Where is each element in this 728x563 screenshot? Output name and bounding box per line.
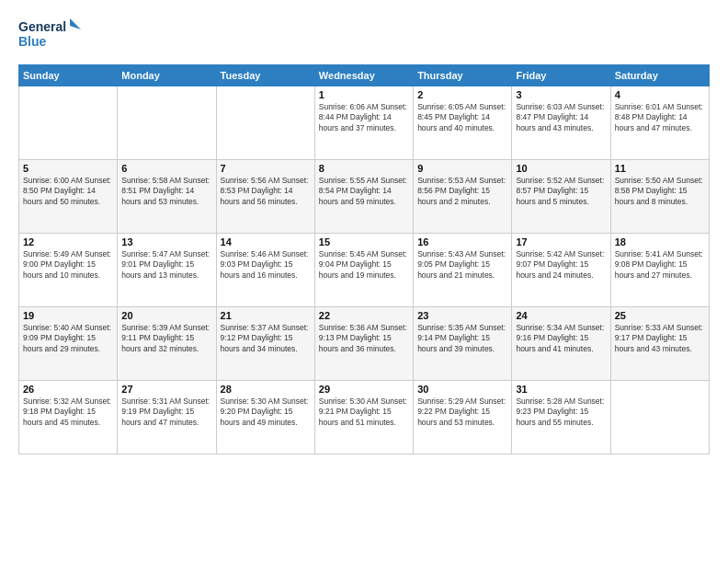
col-header-monday: Monday — [118, 65, 216, 86]
day-number: 4 — [615, 89, 705, 100]
day-number: 16 — [417, 236, 507, 247]
calendar-cell: 7Sunrise: 5:56 AM Sunset: 8:53 PM Daylig… — [216, 160, 314, 234]
calendar-cell: 20Sunrise: 5:39 AM Sunset: 9:11 PM Dayli… — [118, 307, 216, 381]
cell-info: Sunrise: 5:29 AM Sunset: 9:22 PM Dayligh… — [417, 396, 507, 428]
cell-info: Sunrise: 5:28 AM Sunset: 9:23 PM Dayligh… — [516, 396, 606, 428]
cell-info: Sunrise: 5:37 AM Sunset: 9:12 PM Dayligh… — [221, 323, 311, 354]
day-number: 6 — [121, 163, 211, 174]
cell-info: Sunrise: 5:52 AM Sunset: 8:57 PM Dayligh… — [516, 176, 606, 207]
week-row-1: 1Sunrise: 6:06 AM Sunset: 8:44 PM Daylig… — [19, 86, 710, 160]
cell-info: Sunrise: 6:05 AM Sunset: 8:45 PM Dayligh… — [417, 102, 507, 133]
day-number: 21 — [221, 310, 311, 321]
col-header-tuesday: Tuesday — [216, 65, 314, 86]
cell-info: Sunrise: 5:58 AM Sunset: 8:51 PM Dayligh… — [121, 176, 211, 207]
cell-info: Sunrise: 5:55 AM Sunset: 8:54 PM Dayligh… — [319, 176, 409, 207]
cell-info: Sunrise: 5:43 AM Sunset: 9:05 PM Dayligh… — [417, 249, 507, 281]
svg-text:General: General — [18, 19, 66, 34]
calendar-cell: 1Sunrise: 6:06 AM Sunset: 8:44 PM Daylig… — [314, 86, 413, 160]
day-number: 13 — [121, 236, 211, 247]
cell-info: Sunrise: 5:46 AM Sunset: 9:03 PM Dayligh… — [221, 249, 311, 281]
day-number: 18 — [615, 236, 705, 247]
cell-info: Sunrise: 5:47 AM Sunset: 9:01 PM Dayligh… — [121, 249, 211, 281]
cell-info: Sunrise: 5:32 AM Sunset: 9:18 PM Dayligh… — [23, 396, 113, 428]
calendar-cell — [216, 86, 314, 160]
day-number: 3 — [516, 89, 606, 100]
calendar-cell: 9Sunrise: 5:53 AM Sunset: 8:56 PM Daylig… — [414, 160, 512, 234]
svg-text:Blue: Blue — [18, 34, 47, 49]
cell-info: Sunrise: 5:50 AM Sunset: 8:58 PM Dayligh… — [615, 176, 705, 207]
cell-info: Sunrise: 5:39 AM Sunset: 9:11 PM Dayligh… — [121, 323, 211, 354]
day-number: 5 — [23, 163, 113, 174]
day-number: 9 — [417, 163, 507, 174]
cell-info: Sunrise: 6:00 AM Sunset: 8:50 PM Dayligh… — [23, 176, 113, 207]
cell-info: Sunrise: 5:41 AM Sunset: 9:08 PM Dayligh… — [615, 249, 705, 281]
logo: General Blue — [18, 15, 83, 55]
cell-info: Sunrise: 6:03 AM Sunset: 8:47 PM Dayligh… — [516, 102, 606, 133]
day-number: 22 — [319, 310, 409, 321]
week-row-2: 5Sunrise: 6:00 AM Sunset: 8:50 PM Daylig… — [19, 160, 710, 234]
col-header-sunday: Sunday — [19, 65, 118, 86]
col-header-friday: Friday — [512, 65, 610, 86]
page: General Blue SundayMondayTuesdayWednesda… — [0, 0, 728, 464]
calendar-cell: 15Sunrise: 5:45 AM Sunset: 9:04 PM Dayli… — [314, 234, 413, 307]
day-number: 24 — [516, 310, 606, 321]
calendar-cell: 8Sunrise: 5:55 AM Sunset: 8:54 PM Daylig… — [314, 160, 413, 234]
calendar-cell: 16Sunrise: 5:43 AM Sunset: 9:05 PM Dayli… — [414, 234, 512, 307]
calendar-cell — [610, 381, 709, 454]
cell-info: Sunrise: 5:30 AM Sunset: 9:21 PM Dayligh… — [319, 396, 409, 428]
calendar-cell: 21Sunrise: 5:37 AM Sunset: 9:12 PM Dayli… — [216, 307, 314, 381]
week-row-4: 19Sunrise: 5:40 AM Sunset: 9:09 PM Dayli… — [19, 307, 710, 381]
day-number: 8 — [319, 163, 409, 174]
calendar-cell: 26Sunrise: 5:32 AM Sunset: 9:18 PM Dayli… — [19, 381, 118, 454]
calendar-cell — [118, 86, 216, 160]
day-number: 10 — [516, 163, 606, 174]
day-number: 30 — [417, 384, 507, 395]
cell-info: Sunrise: 5:49 AM Sunset: 9:00 PM Dayligh… — [23, 249, 113, 281]
col-header-saturday: Saturday — [610, 65, 709, 86]
calendar-cell: 28Sunrise: 5:30 AM Sunset: 9:20 PM Dayli… — [216, 381, 314, 454]
day-number: 31 — [516, 384, 606, 395]
calendar-cell: 30Sunrise: 5:29 AM Sunset: 9:22 PM Dayli… — [414, 381, 512, 454]
day-number: 19 — [23, 310, 113, 321]
calendar-cell: 22Sunrise: 5:36 AM Sunset: 9:13 PM Dayli… — [314, 307, 413, 381]
cell-info: Sunrise: 5:35 AM Sunset: 9:14 PM Dayligh… — [417, 323, 507, 354]
calendar-cell: 24Sunrise: 5:34 AM Sunset: 9:16 PM Dayli… — [512, 307, 610, 381]
day-number: 17 — [516, 236, 606, 247]
day-number: 15 — [319, 236, 409, 247]
day-number: 27 — [121, 384, 211, 395]
calendar-cell: 31Sunrise: 5:28 AM Sunset: 9:23 PM Dayli… — [512, 381, 610, 454]
week-row-5: 26Sunrise: 5:32 AM Sunset: 9:18 PM Dayli… — [19, 381, 710, 454]
calendar-cell: 5Sunrise: 6:00 AM Sunset: 8:50 PM Daylig… — [19, 160, 118, 234]
svg-marker-2 — [70, 18, 81, 29]
cell-info: Sunrise: 5:33 AM Sunset: 9:17 PM Dayligh… — [615, 323, 705, 354]
calendar-cell: 13Sunrise: 5:47 AM Sunset: 9:01 PM Dayli… — [118, 234, 216, 307]
day-number: 23 — [417, 310, 507, 321]
cell-info: Sunrise: 6:06 AM Sunset: 8:44 PM Dayligh… — [319, 102, 409, 133]
col-header-thursday: Thursday — [414, 65, 512, 86]
day-number: 28 — [221, 384, 311, 395]
calendar-cell: 23Sunrise: 5:35 AM Sunset: 9:14 PM Dayli… — [414, 307, 512, 381]
calendar-cell — [19, 86, 118, 160]
calendar-cell: 12Sunrise: 5:49 AM Sunset: 9:00 PM Dayli… — [19, 234, 118, 307]
cell-info: Sunrise: 5:30 AM Sunset: 9:20 PM Dayligh… — [221, 396, 311, 428]
day-number: 26 — [23, 384, 113, 395]
cell-info: Sunrise: 5:36 AM Sunset: 9:13 PM Dayligh… — [319, 323, 409, 354]
day-number: 1 — [319, 89, 409, 100]
cell-info: Sunrise: 5:53 AM Sunset: 8:56 PM Dayligh… — [417, 176, 507, 207]
calendar-cell: 3Sunrise: 6:03 AM Sunset: 8:47 PM Daylig… — [512, 86, 610, 160]
day-number: 14 — [221, 236, 311, 247]
calendar-cell: 25Sunrise: 5:33 AM Sunset: 9:17 PM Dayli… — [610, 307, 709, 381]
header: General Blue — [18, 15, 710, 55]
cell-info: Sunrise: 5:40 AM Sunset: 9:09 PM Dayligh… — [23, 323, 113, 354]
header-row: SundayMondayTuesdayWednesdayThursdayFrid… — [19, 65, 710, 86]
calendar-cell: 14Sunrise: 5:46 AM Sunset: 9:03 PM Dayli… — [216, 234, 314, 307]
cell-info: Sunrise: 5:31 AM Sunset: 9:19 PM Dayligh… — [121, 396, 211, 428]
cell-info: Sunrise: 6:01 AM Sunset: 8:48 PM Dayligh… — [615, 102, 705, 133]
day-number: 20 — [121, 310, 211, 321]
day-number: 7 — [221, 163, 311, 174]
calendar-cell: 10Sunrise: 5:52 AM Sunset: 8:57 PM Dayli… — [512, 160, 610, 234]
calendar-cell: 11Sunrise: 5:50 AM Sunset: 8:58 PM Dayli… — [610, 160, 709, 234]
cell-info: Sunrise: 5:45 AM Sunset: 9:04 PM Dayligh… — [319, 249, 409, 281]
day-number: 2 — [417, 89, 507, 100]
cell-info: Sunrise: 5:56 AM Sunset: 8:53 PM Dayligh… — [221, 176, 311, 207]
